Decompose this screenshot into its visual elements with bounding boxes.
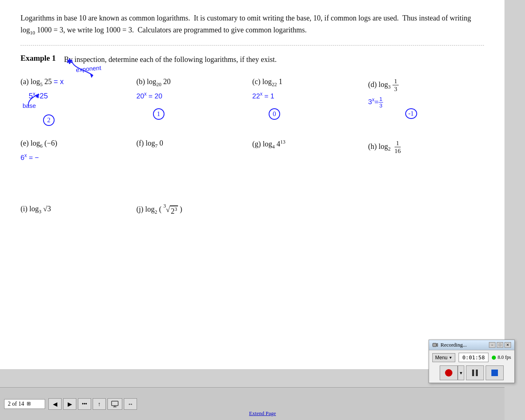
back-button[interactable]: ◀ [48,398,62,410]
recording-title: Recording... [441,342,467,348]
menu-dropdown-button[interactable]: Menu ▼ [432,353,455,362]
record-circle [445,369,452,377]
expand-button[interactable]: ↔ [124,398,137,410]
recording-time: 0:01:58 [462,354,485,361]
problem-a: (a) log5 25 = x 5x=25 base 2 [21,78,137,131]
problem-j: (j) log2 ( 3√23 ) [137,205,253,237]
problem-d: (d) log3 1 3 3x= 1 3 -1 [368,78,484,131]
problems-area: (a) log5 25 = x 5x=25 base 2 (b) log20 [21,78,484,324]
recording-titlebar: Recording... − □ ✕ [429,340,514,350]
section-divider [21,45,484,46]
pause-button[interactable] [466,365,484,380]
intro-paragraph: Logarithms in base 10 are known as commo… [21,12,484,37]
extend-page-link[interactable]: Extend Page [249,410,276,417]
stop-icon [491,370,498,376]
problem-i: (i) log3 √3 [21,205,137,237]
recording-widget: Recording... − □ ✕ Menu ▼ 0:01:58 8.0 fp… [429,340,515,383]
answer-d: -1 [405,108,417,119]
page-number: 2 of 14 [8,401,24,407]
record-dropdown[interactable]: ▼ [458,365,464,380]
recording-camera-icon [432,342,438,348]
record-button[interactable] [440,365,458,380]
problem-e: (e) log6 (−6) 6x = − [21,139,137,188]
problem-g: (g) log4 413 [252,139,368,188]
extend-page-text: Extend Page [249,410,276,416]
forward-button[interactable]: ▶ [63,398,76,410]
time-display: 0:01:58 [459,353,488,362]
stop-button[interactable] [486,365,504,380]
svg-marker-6 [436,343,438,347]
fps-display: 8.0 fps [492,354,511,361]
up-button[interactable]: ↑ [93,398,106,410]
answer-c: 0 [269,108,280,120]
example-label: Example 1 [21,54,56,63]
annotation-arrow [64,56,96,78]
pause-icon [472,370,478,376]
monitor-button[interactable] [107,398,122,410]
problem-b: (b) log20 20 20x = 20 1 [137,78,253,131]
svg-rect-5 [433,343,436,347]
page-expand-icon[interactable]: ⊞ [27,401,31,407]
minimize-button[interactable]: − [489,342,495,348]
page-indicator: 2 of 14 ⊞ [4,399,45,409]
main-content: Logarithms in base 10 are known as commo… [0,0,504,369]
monitor-icon [111,401,119,407]
base-arrow [23,92,47,108]
recording-body: Menu ▼ 0:01:58 8.0 fps ▼ [429,350,514,383]
record-btn-group: ▼ [440,365,464,380]
fps-value: 8.0 fps [498,354,511,361]
fps-dot [492,356,496,360]
svg-rect-2 [112,401,118,406]
problem-h: (h) log2 1 16 [368,139,484,188]
close-button[interactable]: ✕ [504,342,511,348]
answer-a: 2 [43,114,55,126]
answer-b: 1 [153,108,164,120]
problem-f: (f) log7 0 [137,139,253,188]
svg-marker-0 [90,73,93,78]
menu-button[interactable]: ••• [78,398,91,410]
restore-button[interactable]: □ [497,342,503,348]
problem-c: (c) log22 1 22x = 1 0 [252,78,368,131]
